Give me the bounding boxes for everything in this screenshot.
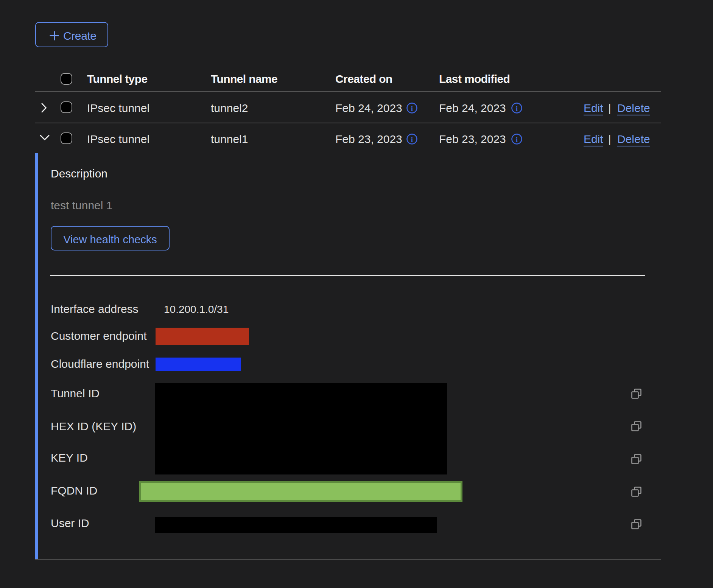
svg-text:i: i bbox=[516, 135, 518, 143]
svg-text:i: i bbox=[411, 104, 413, 112]
svg-text:i: i bbox=[411, 135, 413, 143]
svg-text:i: i bbox=[516, 104, 518, 112]
